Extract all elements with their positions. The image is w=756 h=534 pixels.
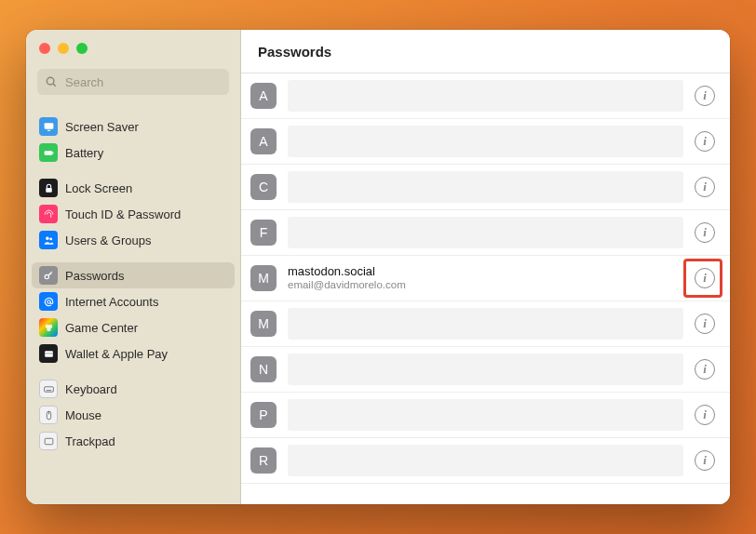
info-button[interactable]: i (695, 314, 715, 334)
passwords-list[interactable]: AiAiCiFiMmastodon.socialemail@davidmorel… (241, 73, 730, 504)
redacted-entry (288, 171, 683, 203)
password-entry: mastodon.socialemail@davidmorelo.com (288, 264, 683, 291)
users-icon (39, 231, 58, 249)
sidebar-item-lock-screen[interactable]: Lock Screen (32, 175, 235, 201)
sidebar-item-mouse[interactable]: Mouse (32, 402, 235, 428)
sidebar-item-label: Passwords (65, 269, 125, 283)
info-button[interactable]: i (695, 222, 715, 243)
sidebar-item-label: Battery (65, 146, 103, 160)
system-settings-window: Screen SaverBatteryLock ScreenTouch ID &… (26, 30, 730, 504)
redacted-entry (288, 308, 683, 340)
password-row[interactable]: Mmastodon.socialemail@davidmorelo.comi (241, 256, 730, 301)
at-icon (39, 292, 58, 311)
sidebar-nav: Screen SaverBatteryLock ScreenTouch ID &… (26, 104, 240, 504)
site-letter-badge: R (250, 447, 277, 474)
redacted-entry (288, 399, 683, 431)
sidebar-item-battery[interactable]: Battery (32, 140, 235, 166)
page-title: Passwords (241, 30, 730, 73)
info-button[interactable]: i (695, 131, 715, 152)
redacted-entry (288, 80, 683, 112)
redacted-entry (288, 217, 683, 248)
info-button[interactable]: i (695, 177, 715, 197)
wallet-icon (39, 344, 58, 363)
password-row[interactable]: Ci (241, 165, 730, 210)
sidebar-item-label: Users & Groups (65, 234, 151, 247)
sidebar-item-label: Internet Accounts (65, 295, 158, 309)
sidebar-item-label: Trackpad (65, 434, 115, 448)
password-row[interactable]: Fi (241, 210, 730, 256)
battery-icon (39, 143, 58, 162)
site-letter-badge: C (250, 174, 277, 200)
password-row[interactable]: Ri (241, 438, 730, 484)
sidebar-item-keyboard[interactable]: Keyboard (32, 376, 235, 402)
minimize-window-button[interactable] (58, 43, 69, 54)
password-row[interactable]: Pi (241, 393, 730, 438)
site-letter-badge: M (250, 311, 277, 337)
sidebar-item-label: Lock Screen (65, 181, 132, 195)
site-letter-badge: A (250, 128, 277, 154)
main-panel: Passwords AiAiCiFiMmastodon.socialemail@… (241, 30, 730, 504)
sidebar-item-wallet-apple-pay[interactable]: Wallet & Apple Pay (32, 340, 235, 367)
zoom-window-button[interactable] (76, 43, 88, 54)
site-letter-badge: N (250, 356, 277, 382)
site-letter-badge: P (250, 402, 277, 428)
password-row[interactable]: Mi (241, 301, 730, 347)
info-button[interactable]: i (695, 450, 715, 471)
site-name: mastodon.social (288, 264, 683, 279)
sidebar-item-touch-id-password[interactable]: Touch ID & Password (32, 201, 235, 227)
info-button[interactable]: i (695, 268, 715, 288)
sidebar-item-users-groups[interactable]: Users & Groups (32, 227, 235, 253)
close-window-button[interactable] (39, 43, 50, 54)
search-input[interactable] (63, 74, 222, 90)
sidebar-item-screen-saver[interactable]: Screen Saver (32, 113, 235, 140)
sidebar-item-label: Game Center (65, 321, 138, 335)
sidebar-item-label: Screen Saver (65, 120, 139, 134)
sidebar-item-passwords[interactable]: Passwords (32, 262, 235, 288)
username: email@davidmorelo.com (288, 279, 683, 292)
site-letter-badge: F (250, 220, 277, 246)
info-button[interactable]: i (695, 405, 715, 425)
redacted-entry (288, 354, 683, 385)
fingerprint-icon (39, 205, 58, 223)
keyboard-icon (39, 380, 58, 398)
gamecenter-icon (39, 318, 58, 337)
svg-point-0 (47, 77, 54, 85)
redacted-entry (288, 126, 683, 157)
key-icon (39, 266, 58, 285)
sidebar-item-label: Keyboard (65, 382, 117, 396)
sidebar-item-trackpad[interactable]: Trackpad (32, 428, 235, 454)
password-row[interactable]: Ni (241, 347, 730, 393)
info-button[interactable]: i (695, 359, 715, 380)
lock-icon (39, 179, 58, 197)
site-letter-badge: M (250, 265, 277, 291)
sidebar-item-label: Wallet & Apple Pay (65, 347, 168, 361)
search-icon (45, 75, 58, 88)
redacted-entry (288, 445, 683, 476)
mouse-icon (39, 406, 58, 424)
sidebar: Screen SaverBatteryLock ScreenTouch ID &… (26, 30, 241, 504)
screensaver-icon (39, 117, 58, 136)
sidebar-item-internet-accounts[interactable]: Internet Accounts (32, 288, 235, 314)
site-letter-badge: A (250, 83, 277, 109)
info-button[interactable]: i (695, 86, 715, 106)
password-row[interactable]: Ai (241, 119, 730, 165)
window-controls (26, 30, 240, 61)
trackpad-icon (39, 432, 58, 450)
svg-line-1 (53, 84, 56, 87)
search-field[interactable] (37, 69, 229, 95)
sidebar-item-label: Mouse (65, 408, 101, 422)
sidebar-item-label: Touch ID & Password (65, 207, 181, 221)
sidebar-item-game-center[interactable]: Game Center (32, 314, 235, 340)
password-row[interactable]: Ai (241, 73, 730, 119)
